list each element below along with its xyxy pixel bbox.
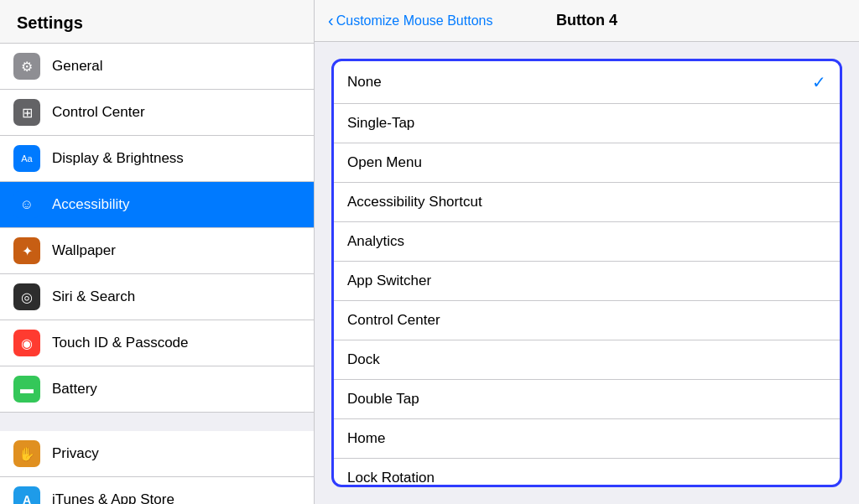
sidebar-item-privacy[interactable]: ✋ Privacy xyxy=(0,431,314,477)
sidebar-label-itunes: iTunes & App Store xyxy=(52,491,174,504)
option-label-app-switcher: App Switcher xyxy=(347,273,431,289)
option-label-dock: Dock xyxy=(347,351,380,368)
sidebar-label-display: Display & Brightness xyxy=(52,150,184,167)
sidebar-title: Settings xyxy=(17,13,83,32)
main-content: ‹ Customize Mouse Buttons Button 4 None … xyxy=(315,0,859,504)
sidebar-item-itunes[interactable]: A iTunes & App Store xyxy=(0,477,314,504)
option-label-none: None xyxy=(347,74,382,91)
sidebar-item-general[interactable]: ⚙ General xyxy=(0,44,314,90)
option-item-analytics[interactable]: Analytics xyxy=(334,222,840,262)
option-label-single-tap: Single-Tap xyxy=(347,115,414,132)
sidebar: Settings ⚙ General ⊞ Control Center Aa D… xyxy=(0,0,315,504)
option-label-open-menu: Open Menu xyxy=(347,154,422,171)
option-label-double-tap: Double Tap xyxy=(347,391,419,408)
sidebar-label-accessibility: Accessibility xyxy=(52,196,130,213)
option-item-open-menu[interactable]: Open Menu xyxy=(334,143,840,183)
privacy-icon: ✋ xyxy=(13,440,40,467)
itunes-icon: A xyxy=(13,486,40,504)
option-item-single-tap[interactable]: Single-Tap xyxy=(334,104,840,143)
option-item-control-center[interactable]: Control Center xyxy=(334,301,840,340)
sidebar-item-display[interactable]: Aa Display & Brightness xyxy=(0,136,314,182)
option-item-dock[interactable]: Dock xyxy=(334,340,840,380)
control-center-icon: ⊞ xyxy=(13,99,40,126)
sidebar-label-siri: Siri & Search xyxy=(52,288,135,305)
option-label-lock-rotation: Lock Rotation xyxy=(347,470,435,486)
display-icon: Aa xyxy=(13,145,40,172)
sidebar-label-battery: Battery xyxy=(52,381,97,397)
back-chevron-icon: ‹ xyxy=(328,11,334,30)
page-title: Button 4 xyxy=(556,12,617,29)
option-label-home: Home xyxy=(347,430,385,447)
sidebar-item-wallpaper[interactable]: ✦ Wallpaper xyxy=(0,228,314,274)
sidebar-list: ⚙ General ⊞ Control Center Aa Display & … xyxy=(0,44,314,504)
sidebar-item-battery[interactable]: ▬ Battery xyxy=(0,366,314,413)
option-item-lock-rotation[interactable]: Lock Rotation xyxy=(334,459,840,487)
sidebar-item-control-center[interactable]: ⊞ Control Center xyxy=(0,90,314,136)
sidebar-label-privacy: Privacy xyxy=(52,445,99,462)
sidebar-item-touchid[interactable]: ◉ Touch ID & Passcode xyxy=(0,320,314,366)
sidebar-item-siri[interactable]: ◎ Siri & Search xyxy=(0,274,314,320)
option-label-control-center: Control Center xyxy=(347,312,440,329)
option-label-analytics: Analytics xyxy=(347,233,404,250)
accessibility-icon: ☺ xyxy=(13,191,40,218)
option-item-app-switcher[interactable]: App Switcher xyxy=(334,262,840,301)
sidebar-item-accessibility[interactable]: ☺ Accessibility xyxy=(0,182,314,228)
option-item-none[interactable]: None ✓ xyxy=(334,61,840,104)
option-item-double-tap[interactable]: Double Tap xyxy=(334,380,840,419)
touchid-icon: ◉ xyxy=(13,330,40,356)
sidebar-label-general: General xyxy=(52,58,102,75)
battery-icon: ▬ xyxy=(13,376,40,403)
sidebar-label-control-center: Control Center xyxy=(52,104,145,121)
sidebar-header: Settings xyxy=(0,0,314,44)
option-checkmark-none: ✓ xyxy=(812,72,826,92)
option-item-home[interactable]: Home xyxy=(334,419,840,459)
sidebar-label-wallpaper: Wallpaper xyxy=(52,242,116,259)
sidebar-label-touchid: Touch ID & Passcode xyxy=(52,335,189,351)
main-header: ‹ Customize Mouse Buttons Button 4 xyxy=(315,0,859,42)
option-label-accessibility-shortcut: Accessibility Shortcut xyxy=(347,194,482,210)
option-item-accessibility-shortcut[interactable]: Accessibility Shortcut xyxy=(334,183,840,222)
general-icon: ⚙ xyxy=(13,53,40,80)
siri-icon: ◎ xyxy=(13,283,40,310)
back-button[interactable]: ‹ Customize Mouse Buttons xyxy=(328,11,492,30)
back-label: Customize Mouse Buttons xyxy=(336,13,493,29)
wallpaper-icon: ✦ xyxy=(13,237,40,264)
options-list: None ✓ Single-Tap Open Menu Accessibilit… xyxy=(331,59,842,487)
